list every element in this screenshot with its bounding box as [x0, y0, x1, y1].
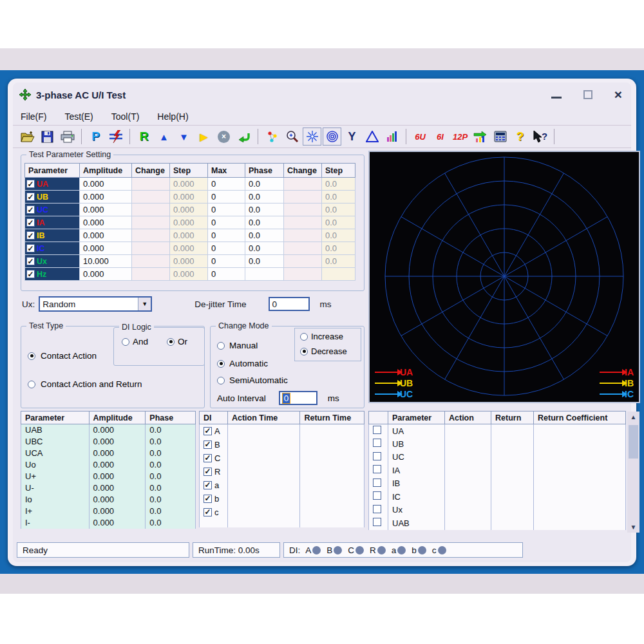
row-checkbox[interactable]	[26, 231, 35, 240]
burst-icon[interactable]	[303, 128, 321, 146]
save-icon[interactable]	[38, 128, 57, 146]
menu-help[interactable]: Help(H)	[157, 111, 188, 122]
sequence-icon[interactable]	[471, 128, 489, 146]
radio-manual[interactable]: Manual	[217, 341, 258, 350]
table-row: UC 0.000 0.000 0 0.0 0.0	[25, 204, 355, 216]
table-row: Ux 10.000 0.000 0 0.0 0.0	[25, 255, 355, 268]
chevron-down-icon[interactable]: ▼	[138, 298, 151, 310]
scrollbar[interactable]: ▲ ▼	[627, 412, 639, 533]
row-checkbox[interactable]	[26, 193, 35, 201]
row-checkbox[interactable]	[26, 244, 35, 252]
table-row: UC	[369, 451, 626, 464]
menu-tool[interactable]: Tool(T)	[111, 111, 140, 122]
di-checkbox[interactable]	[204, 468, 212, 476]
minimize-button[interactable]	[551, 97, 562, 99]
table-row: IC 0.000 0.000 0 0.0 0.0	[25, 242, 355, 255]
phase-p-icon[interactable]: P	[86, 128, 105, 146]
di-lamp-icon	[397, 546, 406, 554]
table-row: B	[200, 438, 365, 451]
delta-connection-icon[interactable]	[363, 128, 381, 146]
table-row: U-0.0000.0	[21, 482, 196, 494]
menu-test[interactable]: Test(E)	[64, 111, 93, 122]
param-checkbox[interactable]	[373, 426, 381, 434]
menu-file[interactable]: File(F)	[21, 111, 46, 122]
radio-automatic[interactable]: Automatic	[217, 359, 268, 368]
di-table: DI Action Time Return Time A B C R a b c	[199, 411, 365, 527]
param-checkbox[interactable]	[373, 478, 381, 487]
print-icon[interactable]	[58, 128, 77, 146]
dejitter-input[interactable]: 0	[269, 297, 310, 311]
radio-decrease[interactable]: Decrease	[300, 346, 347, 356]
param-checkbox[interactable]	[373, 491, 381, 500]
stop-icon[interactable]: ×	[214, 128, 233, 146]
row-checkbox[interactable]	[26, 205, 35, 214]
radio-semiautomatic[interactable]: SemiAutomatic	[217, 375, 288, 385]
param-checkbox[interactable]	[373, 452, 381, 460]
table-row: IB 0.000 0.000 0 0.0 0.0	[25, 229, 355, 242]
di-lamp-icon	[438, 546, 446, 554]
spiral-icon[interactable]	[323, 128, 341, 146]
radio-and[interactable]: And	[122, 337, 148, 346]
lower-icon[interactable]: ▼	[175, 128, 193, 146]
app-icon	[19, 89, 31, 100]
param-checkbox[interactable]	[373, 518, 381, 526]
auto-interval-input[interactable]: 0	[279, 391, 317, 405]
context-help-icon[interactable]: ?	[531, 128, 549, 146]
table-row: Ux	[369, 504, 626, 517]
harmonic-bars-icon[interactable]	[383, 128, 401, 146]
row-checkbox[interactable]	[26, 180, 35, 188]
wye-connection-icon[interactable]: Y	[343, 128, 361, 146]
auto-interval-row: Auto Interval 0 ms	[217, 391, 339, 405]
table-row: Hz 0.000 0.000 0	[25, 268, 355, 281]
current-legend: IA IB IC	[600, 367, 634, 399]
monitor-bezel-bottom	[0, 574, 644, 594]
maximize-button[interactable]	[583, 90, 592, 99]
param-label: IA	[37, 218, 45, 227]
table-row: U+0.0000.0	[21, 471, 196, 482]
fault-icon[interactable]	[106, 128, 125, 146]
ux-label: Ux:	[22, 299, 35, 309]
radio-increase[interactable]: Increase	[300, 332, 343, 341]
legend-item: UB	[375, 378, 413, 388]
row-checkbox[interactable]	[26, 257, 35, 265]
scroll-up-icon[interactable]: ▲	[627, 412, 639, 422]
r-icon[interactable]: R	[135, 128, 153, 146]
zoom-icon[interactable]	[283, 128, 301, 146]
di-checkbox[interactable]	[204, 427, 212, 435]
radio-or[interactable]: Or	[167, 337, 187, 346]
table-header-row: Parameter Amplitude Phase	[21, 412, 196, 424]
ux-select[interactable]: Random ▼	[39, 296, 152, 312]
di-indicator: c	[432, 545, 446, 555]
param-checkbox[interactable]	[373, 439, 381, 447]
radio-contact-action-return[interactable]: Contact Action and Return	[28, 379, 142, 389]
di-checkbox[interactable]	[204, 454, 212, 462]
close-button[interactable]: ×	[614, 90, 622, 99]
vector-icon[interactable]	[263, 128, 281, 146]
radio-contact-action[interactable]: Contact Action	[28, 351, 97, 361]
group-title: DI Logic	[119, 323, 154, 332]
start-icon[interactable]: ▶	[194, 128, 213, 146]
twelve-p-icon[interactable]: 12P	[451, 128, 469, 146]
scroll-down-icon[interactable]: ▼	[627, 522, 639, 533]
di-indicator: B	[327, 545, 342, 555]
six-i-icon[interactable]: 6I	[431, 128, 450, 146]
open-icon[interactable]	[18, 128, 37, 146]
phasor-chart: UA UB UC IA IB IC	[368, 151, 640, 403]
auto-interval-unit: ms	[328, 393, 339, 403]
return-icon[interactable]	[234, 128, 253, 146]
di-checkbox[interactable]	[204, 481, 212, 489]
row-checkbox[interactable]	[26, 270, 35, 278]
ux-selected-value: Random	[40, 299, 138, 309]
param-checkbox[interactable]	[373, 465, 381, 473]
calculator-icon[interactable]	[491, 128, 509, 146]
di-checkbox[interactable]	[204, 508, 212, 516]
six-u-icon[interactable]: 6U	[411, 128, 430, 146]
di-checkbox[interactable]	[204, 440, 212, 449]
row-checkbox[interactable]	[26, 218, 35, 227]
status-ready: Ready	[17, 542, 189, 558]
di-checkbox[interactable]	[204, 495, 212, 503]
scroll-thumb[interactable]	[629, 425, 638, 459]
help-icon[interactable]: ?	[511, 128, 529, 146]
param-checkbox[interactable]	[373, 505, 381, 513]
raise-icon[interactable]: ▲	[155, 128, 173, 146]
